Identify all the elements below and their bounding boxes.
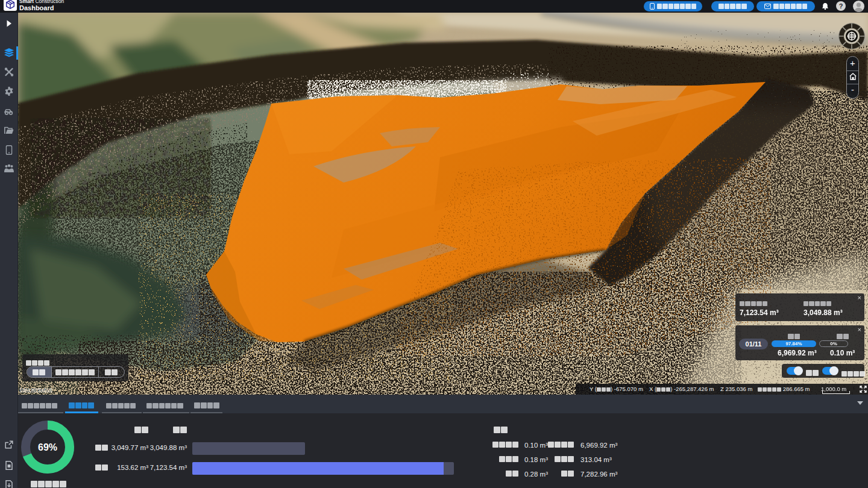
- svg-text:69%: 69%: [38, 442, 57, 452]
